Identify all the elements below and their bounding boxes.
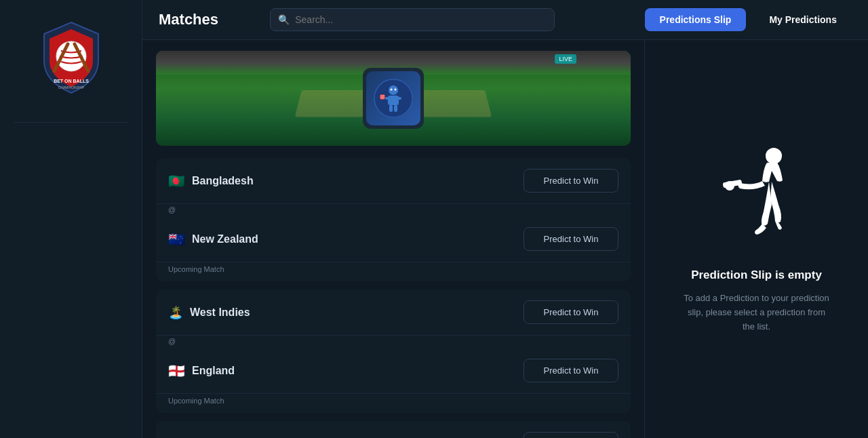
svg-rect-8 bbox=[385, 97, 390, 100]
team-name-bangladesh: Bangladesh bbox=[192, 175, 254, 187]
predict-button-bangladesh[interactable]: Predict to Win bbox=[524, 169, 618, 193]
match-row-england-1: 🏴󠁧󠁢󠁥󠁮󠁧󠁿 England Predict to Win bbox=[156, 348, 631, 394]
main-content: Matches 🔍 Predictions Slip My Prediction… bbox=[142, 0, 868, 438]
search-input[interactable] bbox=[270, 8, 555, 31]
team-name-westindies: West Indies bbox=[190, 306, 250, 319]
logo-container: BET ON BALLS CHAMPIONSHIP bbox=[27, 14, 115, 102]
empty-slip-description: To add a Prediction to your prediction s… bbox=[682, 292, 831, 334]
match-row-newzealand: 🇳🇿 New Zealand Predict to Win bbox=[156, 216, 631, 262]
header: Matches 🔍 Predictions Slip My Prediction… bbox=[142, 0, 868, 40]
team-flag-england-2: 🏴󠁧󠁢󠁥󠁮󠁧󠁿 bbox=[168, 436, 185, 439]
team-name-england-1: England bbox=[192, 365, 235, 377]
sidebar-divider bbox=[14, 122, 127, 123]
predict-button-england-2[interactable]: Predict to Win bbox=[524, 432, 618, 438]
team-flag-bangladesh: 🇧🇩 bbox=[168, 173, 185, 189]
matches-panel: LIVE bbox=[142, 40, 644, 438]
brand-logo: BET ON BALLS CHAMPIONSHIP bbox=[31, 17, 112, 98]
team-name-newzealand: New Zealand bbox=[192, 233, 258, 245]
banner-logo-svg bbox=[373, 78, 414, 119]
svg-rect-11 bbox=[394, 105, 397, 112]
team-flag-england-1: 🏴󠁧󠁢󠁥󠁮󠁧󠁿 bbox=[168, 363, 185, 379]
match-status-2: Upcoming Match bbox=[156, 394, 631, 413]
match-status-1: Upcoming Match bbox=[156, 262, 631, 281]
search-container: 🔍 bbox=[270, 8, 555, 31]
banner: LIVE bbox=[156, 51, 631, 146]
cricket-player-icon bbox=[716, 144, 797, 252]
match-group-3: 🏴󠁧󠁢󠁥󠁮󠁧󠁿 England Predict to Win @ bbox=[156, 421, 631, 438]
match-group-2: 🏝️ West Indies Predict to Win @ 🏴󠁧󠁢󠁥󠁮󠁧󠁿 … bbox=[156, 290, 631, 413]
svg-text:CHAMPIONSHIP: CHAMPIONSHIP bbox=[58, 85, 84, 89]
svg-text:BET ON BALLS: BET ON BALLS bbox=[54, 79, 89, 83]
svg-point-13 bbox=[391, 89, 393, 91]
team-flag-newzealand: 🇳🇿 bbox=[168, 231, 185, 247]
predict-button-england-1[interactable]: Predict to Win bbox=[524, 359, 618, 382]
team-flag-westindies: 🏝️ bbox=[168, 305, 183, 320]
predict-button-newzealand[interactable]: Predict to Win bbox=[524, 227, 618, 251]
match-row-westindies: 🏝️ West Indies Predict to Win bbox=[156, 290, 631, 336]
predict-button-westindies[interactable]: Predict to Win bbox=[524, 300, 618, 324]
content-area: LIVE bbox=[142, 40, 868, 438]
banner-logo-inner bbox=[366, 71, 420, 125]
predictions-slip-button[interactable]: Predictions Slip bbox=[645, 8, 747, 31]
vs-separator-1: @ bbox=[156, 204, 631, 216]
banner-logo bbox=[363, 68, 424, 129]
svg-rect-9 bbox=[397, 97, 401, 100]
match-group-1: 🇧🇩 Bangladesh Predict to Win @ 🇳🇿 New Ze… bbox=[156, 158, 631, 281]
svg-point-6 bbox=[389, 85, 398, 95]
empty-slip-title: Prediction Slip is empty bbox=[691, 268, 822, 282]
my-predictions-button[interactable]: My Predictions bbox=[754, 8, 852, 31]
search-icon: 🔍 bbox=[278, 14, 290, 25]
match-row-bangladesh: 🇧🇩 Bangladesh Predict to Win bbox=[156, 158, 631, 204]
right-panel: Prediction Slip is empty To add a Predic… bbox=[644, 40, 868, 438]
svg-point-14 bbox=[395, 89, 397, 91]
sidebar: BET ON BALLS CHAMPIONSHIP bbox=[0, 0, 142, 438]
match-row-england-2: 🏴󠁧󠁢󠁥󠁮󠁧󠁿 England Predict to Win bbox=[156, 421, 631, 438]
page-title: Matches bbox=[159, 11, 218, 28]
vs-separator-2: @ bbox=[156, 336, 631, 348]
header-actions: Predictions Slip My Predictions bbox=[645, 8, 852, 31]
svg-point-12 bbox=[380, 94, 385, 100]
svg-rect-10 bbox=[389, 105, 393, 112]
scoreboard: LIVE bbox=[555, 54, 576, 64]
svg-rect-7 bbox=[388, 96, 399, 105]
